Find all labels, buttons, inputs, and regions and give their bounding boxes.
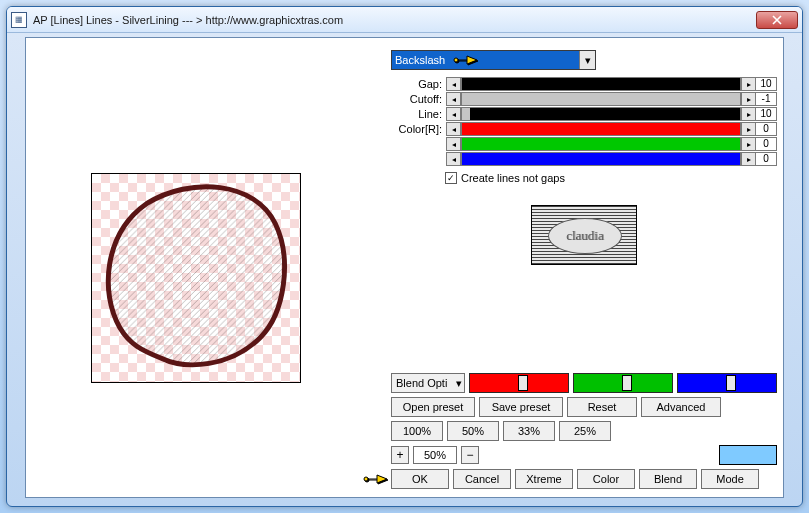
blend-slider-b[interactable] <box>677 373 777 393</box>
action-row: OK Cancel Xtreme Color Blend Mode <box>391 469 777 489</box>
blend-combo-value: Blend Opti <box>396 377 447 389</box>
reset-button[interactable]: Reset <box>567 397 637 417</box>
client-area: Backslash ▾ Gap: ◂ ▸ 10 Cutoff: <box>25 37 784 498</box>
create-lines-label: Create lines not gaps <box>461 172 565 184</box>
slider-cutoff-value[interactable]: -1 <box>755 92 777 106</box>
pointer-hand-icon <box>363 470 389 488</box>
slider-gap-track[interactable] <box>461 77 741 91</box>
blend-slider-r[interactable] <box>469 373 569 393</box>
advanced-button[interactable]: Advanced <box>641 397 721 417</box>
slider-g: ◂ ▸ 0 <box>391 136 777 152</box>
slider-line-track[interactable] <box>461 107 741 121</box>
slider-r-dec[interactable]: ◂ <box>446 122 461 136</box>
slider-line-inc[interactable]: ▸ <box>741 107 756 121</box>
combo-dropdown-button[interactable]: ▾ <box>579 51 595 69</box>
pct-33-button[interactable]: 33% <box>503 421 555 441</box>
slider-gap-inc[interactable]: ▸ <box>741 77 756 91</box>
zoom-value[interactable]: 50% <box>413 446 457 464</box>
create-lines-row: ✓ Create lines not gaps <box>445 172 777 184</box>
preview-panel <box>91 173 301 383</box>
slider-b: ◂ ▸ 0 <box>391 151 777 167</box>
xtreme-button[interactable]: Xtreme <box>515 469 573 489</box>
save-preset-button[interactable]: Save preset <box>479 397 563 417</box>
preview-checker <box>92 174 300 382</box>
slider-g-dec[interactable]: ◂ <box>446 137 461 151</box>
slider-g-track[interactable] <box>461 137 741 151</box>
slider-b-track[interactable] <box>461 152 741 166</box>
cancel-button[interactable]: Cancel <box>453 469 511 489</box>
slider-g-inc[interactable]: ▸ <box>741 137 756 151</box>
preview-shape <box>92 174 300 382</box>
slider-line: Line: ◂ ▸ 10 <box>391 106 777 122</box>
preset-row: Open preset Save preset Reset Advanced <box>391 397 777 417</box>
slider-cutoff: Cutoff: ◂ ▸ -1 <box>391 91 777 107</box>
ok-button[interactable]: OK <box>391 469 449 489</box>
pct-50-button[interactable]: 50% <box>447 421 499 441</box>
close-icon <box>772 15 782 25</box>
blend-slider-g[interactable] <box>573 373 673 393</box>
color-button[interactable]: Color <box>577 469 635 489</box>
right-panel: Backslash ▾ Gap: ◂ ▸ 10 Cutoff: <box>391 50 777 491</box>
window-title: AP [Lines] Lines - SilverLining --- > ht… <box>33 14 756 26</box>
slider-line-value[interactable]: 10 <box>755 107 777 121</box>
app-window: ▦ AP [Lines] Lines - SilverLining --- > … <box>6 6 803 507</box>
slider-cutoff-dec[interactable]: ◂ <box>446 92 461 106</box>
svg-point-1 <box>364 477 368 481</box>
slider-r: Color[R]: ◂ ▸ 0 <box>391 121 777 137</box>
slider-gap: Gap: ◂ ▸ 10 <box>391 76 777 92</box>
blend-combo[interactable]: Blend Opti ▾ <box>391 373 465 393</box>
create-lines-checkbox[interactable]: ✓ <box>445 172 457 184</box>
zoom-out-button[interactable]: − <box>461 446 479 464</box>
slider-line-dec[interactable]: ◂ <box>446 107 461 121</box>
vendor-logo: claudia <box>531 205 637 265</box>
zoom-in-button[interactable]: + <box>391 446 409 464</box>
close-button[interactable] <box>756 11 798 29</box>
pct-100-button[interactable]: 100% <box>391 421 443 441</box>
bottom-controls: Blend Opti ▾ Open preset Save preset Res… <box>391 373 777 489</box>
slider-line-label: Line: <box>391 108 446 120</box>
slider-gap-dec[interactable]: ◂ <box>446 77 461 91</box>
slider-b-dec[interactable]: ◂ <box>446 152 461 166</box>
slider-gap-value[interactable]: 10 <box>755 77 777 91</box>
slider-block: Gap: ◂ ▸ 10 Cutoff: ◂ ▸ -1 Line: ◂ <box>391 76 777 166</box>
vendor-logo-text: claudia <box>548 218 622 254</box>
color-swatch[interactable] <box>719 445 777 465</box>
slider-r-value[interactable]: 0 <box>755 122 777 136</box>
slider-b-value[interactable]: 0 <box>755 152 777 166</box>
slider-cutoff-track[interactable] <box>461 92 741 106</box>
slider-r-inc[interactable]: ▸ <box>741 122 756 136</box>
pct-row: 100% 50% 33% 25% <box>391 421 777 441</box>
app-icon: ▦ <box>11 12 27 28</box>
titlebar[interactable]: ▦ AP [Lines] Lines - SilverLining --- > … <box>7 7 802 33</box>
slider-cutoff-label: Cutoff: <box>391 93 446 105</box>
slider-g-value[interactable]: 0 <box>755 137 777 151</box>
pct-25-button[interactable]: 25% <box>559 421 611 441</box>
blend-button[interactable]: Blend <box>639 469 697 489</box>
slider-gap-label: Gap: <box>391 78 446 90</box>
slider-r-track[interactable] <box>461 122 741 136</box>
mode-button[interactable]: Mode <box>701 469 759 489</box>
slider-cutoff-inc[interactable]: ▸ <box>741 92 756 106</box>
line-type-combo[interactable]: Backslash ▾ <box>391 50 596 70</box>
slider-b-inc[interactable]: ▸ <box>741 152 756 166</box>
zoom-row: + 50% − <box>391 445 777 465</box>
open-preset-button[interactable]: Open preset <box>391 397 475 417</box>
slider-r-label: Color[R]: <box>391 123 446 135</box>
blend-row: Blend Opti ▾ <box>391 373 777 393</box>
line-type-value: Backslash <box>395 54 445 66</box>
